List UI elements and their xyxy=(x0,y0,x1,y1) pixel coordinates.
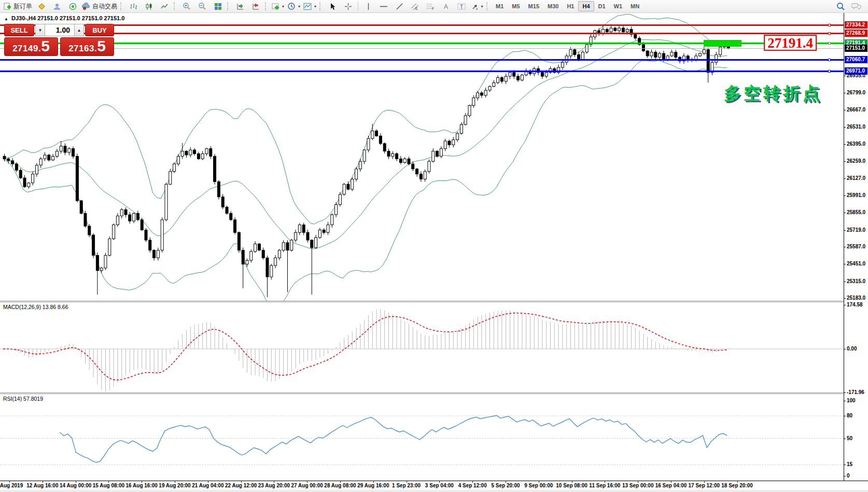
candlestick-chart-button[interactable] xyxy=(141,1,157,12)
turning-point-annotation: 多空转折点 xyxy=(724,82,822,105)
axis-tick-mark xyxy=(844,401,846,401)
terminal-icon xyxy=(53,3,61,10)
crosshair-tool-button[interactable] xyxy=(340,1,356,12)
axis-tick-mark xyxy=(844,93,846,93)
periods-button[interactable]: ▾ xyxy=(286,1,302,12)
tab-timeframe-m15[interactable]: M15 xyxy=(524,1,543,11)
axis-tick-mark xyxy=(844,264,846,264)
time-tick-label: 9 Sep 00:00 xyxy=(524,483,553,488)
tab-timeframe-w1[interactable]: W1 xyxy=(610,1,627,11)
hline-resistance-2[interactable] xyxy=(0,33,844,34)
vertical-line-icon xyxy=(365,3,372,10)
hline-handle-support-1[interactable] xyxy=(828,59,831,61)
panel-divider[interactable] xyxy=(0,392,868,394)
axis-tick-mark xyxy=(844,416,846,416)
tab-timeframe-h1[interactable]: H1 xyxy=(563,1,578,11)
chart-shift-icon xyxy=(252,3,260,10)
axis-tick-mark xyxy=(844,110,846,110)
buy-button[interactable]: BUY xyxy=(85,24,114,36)
axis-tick-mark xyxy=(844,76,846,76)
signals-button[interactable] xyxy=(65,1,80,12)
hline-handle-resistance-1[interactable] xyxy=(828,24,831,26)
hline-current-price[interactable] xyxy=(0,48,844,49)
line-chart-button[interactable] xyxy=(157,1,172,12)
buy-price-main: 27163. xyxy=(68,44,97,54)
bar-chart-button[interactable] xyxy=(125,1,141,12)
svg-text:A: A xyxy=(444,3,448,10)
indicators-button[interactable]: ▾ xyxy=(270,1,286,12)
volume-step-down-button[interactable]: ▼ xyxy=(35,24,45,36)
hline-support-1[interactable] xyxy=(0,59,844,61)
price-tick-label: 25587.0 xyxy=(847,243,865,250)
price-axis[interactable]: 26935.026799.026667.026531.026395.026259… xyxy=(844,13,868,481)
chat-button[interactable] xyxy=(848,1,864,12)
price-tick-label: 25183.0 xyxy=(847,294,865,302)
zoom-out-icon xyxy=(198,2,206,10)
tile-windows-button[interactable] xyxy=(210,1,226,12)
price-tick-label: 25991.0 xyxy=(847,192,865,199)
hline-handle-pivot-green[interactable] xyxy=(828,42,831,45)
autotrading-button[interactable]: 自动交易 xyxy=(80,1,119,12)
chart-profile-button[interactable] xyxy=(34,1,49,12)
sell-price[interactable]: 27149.5 xyxy=(4,37,58,56)
volume-input[interactable]: 1.00 xyxy=(45,24,74,36)
ohlc-values: 27151.0 27151.0 27151.0 27151.0 xyxy=(37,15,124,21)
new-order-label: 新订单 xyxy=(13,2,32,11)
panel-divider[interactable] xyxy=(0,301,868,302)
volume-step-up-button[interactable]: ▲ xyxy=(74,24,84,36)
arrows-icon xyxy=(471,3,479,10)
hline-resistance-1[interactable] xyxy=(0,24,844,26)
fibonacci-tool-button[interactable]: F xyxy=(423,1,438,12)
text-label-tool-button[interactable]: T xyxy=(454,1,469,12)
toolbar-grip xyxy=(265,2,269,10)
zoom-in-button[interactable] xyxy=(179,1,194,12)
terminal-button[interactable] xyxy=(49,1,65,12)
macd-indicator-chart[interactable] xyxy=(0,302,844,392)
axis-tick-mark xyxy=(844,305,846,305)
autotrading-label: 自动交易 xyxy=(92,2,117,11)
green-zone-rectangle[interactable] xyxy=(704,40,741,47)
axis-tick-mark xyxy=(844,465,846,465)
sell-button[interactable]: SELL xyxy=(4,24,34,36)
candlestick-chart[interactable] xyxy=(0,13,844,301)
tab-timeframe-d1[interactable]: D1 xyxy=(594,1,610,11)
tile-windows-icon xyxy=(214,3,222,10)
rsi-indicator-chart[interactable] xyxy=(0,394,844,481)
text-tool-button[interactable]: A xyxy=(438,1,454,12)
tab-timeframe-h4[interactable]: H4 xyxy=(578,1,594,11)
auto-scroll-button[interactable] xyxy=(232,1,248,12)
time-tick-label: 4 Sep 12:00 xyxy=(458,483,487,488)
time-tick-label: 23 Aug 20:00 xyxy=(258,483,290,488)
time-tick-label: 18 Sep 20:00 xyxy=(721,483,753,488)
time-tick-label: 17 Sep 12:00 xyxy=(688,483,720,488)
trendline-icon xyxy=(396,3,403,10)
tab-timeframe-mn[interactable]: MN xyxy=(626,1,643,11)
rsi-tick-label: 15 xyxy=(847,461,852,468)
tab-timeframe-m30[interactable]: M30 xyxy=(543,1,563,11)
hline-support-2[interactable] xyxy=(0,71,844,72)
chart-shift-button[interactable] xyxy=(248,1,263,12)
vertical-line-tool-button[interactable] xyxy=(360,1,376,12)
arrows-tool-button[interactable]: ▾ xyxy=(469,1,485,12)
price-tick-label: 26531.0 xyxy=(847,123,865,131)
tab-timeframe-m1[interactable]: M1 xyxy=(492,1,508,11)
hline-handle-resistance-2[interactable] xyxy=(828,32,831,35)
price-tick-label: 25451.0 xyxy=(847,260,865,268)
templates-button[interactable]: ▾ xyxy=(302,1,318,12)
tab-timeframe-m5[interactable]: M5 xyxy=(508,1,524,11)
trendline-tool-button[interactable] xyxy=(391,1,407,12)
toolbar-grip xyxy=(486,2,490,10)
time-axis[interactable]: 9 Aug 201912 Aug 16:0014 Aug 00:0015 Aug… xyxy=(0,481,868,490)
toolbar-grip xyxy=(227,2,231,10)
zoom-in-icon xyxy=(183,2,191,10)
axis-tick-mark xyxy=(844,349,846,349)
search-button[interactable] xyxy=(833,1,848,12)
cursor-tool-button[interactable] xyxy=(325,1,340,12)
equidistant-channel-tool-button[interactable]: E xyxy=(407,1,423,12)
time-tick-label: 27 Aug 00:00 xyxy=(291,483,323,488)
buy-price[interactable]: 27163.5 xyxy=(60,37,114,56)
horizontal-line-tool-button[interactable] xyxy=(376,1,391,12)
new-order-button[interactable]: 新订单 xyxy=(2,1,34,12)
hline-handle-support-2[interactable] xyxy=(828,70,831,73)
zoom-out-button[interactable] xyxy=(194,1,210,12)
